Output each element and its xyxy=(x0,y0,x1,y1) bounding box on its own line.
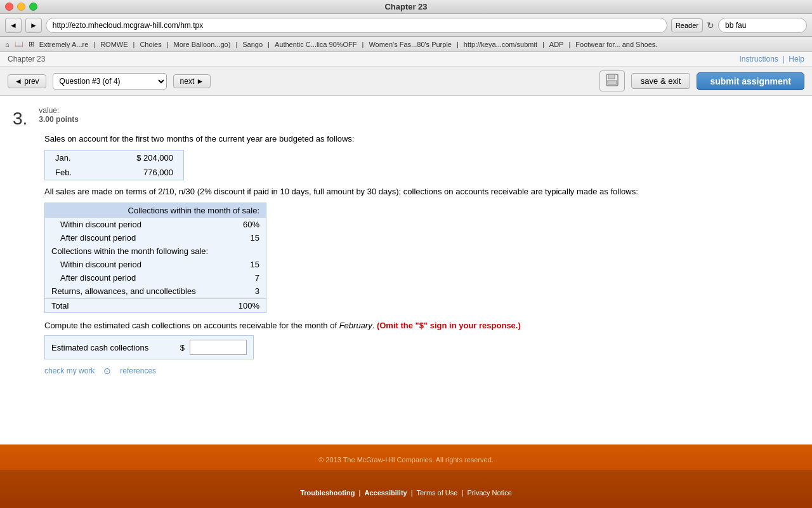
month-name: February xyxy=(339,321,372,330)
bookmark-6[interactable]: Authentic C...lica 90%OFF xyxy=(275,41,357,48)
bookmark-1[interactable]: Extremely A...re xyxy=(39,41,89,48)
table-row: Feb. 776,000 xyxy=(45,165,184,180)
window-title: Chapter 23 xyxy=(384,2,427,11)
reader-button[interactable]: Reader xyxy=(671,18,703,32)
question-nav: ◄ prev Question #3 (of 4) next ► save & … xyxy=(0,67,812,96)
content-scroll: 3. value: 3.00 points Sales on account f… xyxy=(0,96,812,444)
save-icon-button[interactable] xyxy=(599,70,625,91)
question-header: 3. value: 3.00 points xyxy=(13,106,799,129)
table-row: Within discount period 60% xyxy=(45,218,266,231)
prev-button[interactable]: ◄ prev xyxy=(8,74,46,88)
save-exit-button[interactable]: save & exit xyxy=(631,73,691,89)
bottom-banner: © 2013 The McGraw-Hill Companies. All ri… xyxy=(0,444,812,508)
header-links: Instructions | Help xyxy=(740,55,805,64)
total-label: Total xyxy=(45,298,230,313)
grid-icon: ⊞ xyxy=(29,40,34,48)
omit-instruction: (Omit the "$" sign in your response.) xyxy=(377,321,521,330)
maximize-button[interactable] xyxy=(29,3,37,11)
content-area: 3. value: 3.00 points Sales on account f… xyxy=(0,96,812,444)
svg-rect-1 xyxy=(608,74,615,79)
reload-button[interactable]: ↻ xyxy=(707,20,714,30)
dollar-sign: $ xyxy=(180,343,185,352)
row-value: 15 xyxy=(229,231,266,244)
question-number: 3. xyxy=(13,109,27,129)
table-row: After discount period 7 xyxy=(45,271,266,284)
next-button[interactable]: next ► xyxy=(173,74,211,88)
instructions-link[interactable]: Instructions xyxy=(740,55,778,64)
row-label: After discount period xyxy=(45,231,230,244)
compute-instruction: Compute the estimated cash collections o… xyxy=(44,321,799,330)
bottom-copyright: © 2013 The McGraw-Hill Companies. All ri… xyxy=(300,456,512,464)
close-button[interactable] xyxy=(5,3,13,11)
search-input[interactable] xyxy=(718,18,807,33)
feb-label: Feb. xyxy=(45,165,100,180)
address-bar[interactable] xyxy=(46,18,667,33)
privacy-link[interactable]: Privacy Notice xyxy=(468,489,512,497)
bottom-nav-links: Troubleshooting | Accessibility | Terms … xyxy=(300,489,512,497)
browser-toolbar: ◄ ► Reader ↻ xyxy=(0,14,812,37)
check-my-work-link[interactable]: check my work xyxy=(44,366,95,375)
feb-amount: 776,000 xyxy=(100,165,184,180)
table-row: Within discount period 15 xyxy=(45,258,266,271)
row-label: Within discount period xyxy=(45,218,230,231)
back-button[interactable]: ◄ xyxy=(5,18,22,33)
circle-down-icon: ⊙ xyxy=(103,366,111,376)
home-icon: ⌂ xyxy=(5,41,10,48)
floppy-icon xyxy=(605,73,619,87)
minimize-button[interactable] xyxy=(17,3,25,11)
collections-header-text: Collections within the month of sale: xyxy=(45,203,266,218)
traffic-lights xyxy=(5,3,37,11)
sales-table: Jan. $ 204,000 Feb. 776,000 xyxy=(44,150,184,180)
bookmark-4[interactable]: More Balloon...go) xyxy=(174,41,231,48)
submit-assignment-button[interactable]: submit assignment xyxy=(697,72,804,90)
table-row: After discount period 15 xyxy=(45,231,266,244)
terms-link[interactable]: Terms of Use xyxy=(417,489,458,497)
jan-label: Jan. xyxy=(45,150,100,166)
question-select[interactable]: Question #3 (of 4) xyxy=(53,73,167,90)
row-label: Collections within the month following s… xyxy=(45,244,230,258)
bookmark-9[interactable]: ADP xyxy=(549,41,564,48)
troubleshooting-link[interactable]: Troubleshooting xyxy=(300,489,355,497)
forward-button[interactable]: ► xyxy=(25,18,42,33)
bookmark-5[interactable]: Sango xyxy=(242,41,263,48)
table-row: Jan. $ 204,000 xyxy=(45,150,184,166)
total-row: Total 100% xyxy=(45,298,266,313)
reader-icon: 📖 xyxy=(15,40,23,48)
row-label: Returns, allowances, and uncollectibles xyxy=(45,284,230,298)
answer-row: Estimated cash collections $ xyxy=(44,335,254,359)
question-body: Sales on account for the first two month… xyxy=(44,134,799,376)
row-value: 7 xyxy=(229,271,266,284)
help-link[interactable]: Help xyxy=(789,55,804,64)
table-row: Collections within the month following s… xyxy=(45,244,266,258)
bookmark-2[interactable]: ROMWE xyxy=(100,41,128,48)
browser-content: Chapter 23 Instructions | Help ◄ prev Qu… xyxy=(0,52,812,444)
value-label: value: xyxy=(39,106,79,115)
bookmark-8[interactable]: http://keya...com/submit xyxy=(464,41,537,48)
bookmark-7[interactable]: Women's Fas...80's Purple xyxy=(369,41,452,48)
svg-rect-2 xyxy=(608,81,617,84)
page-wrapper: Chapter 23 ◄ ► Reader ↻ ⌂ 📖 ⊞ Extremely … xyxy=(0,0,812,508)
bookmark-10[interactable]: Footwear for... and Shoes. xyxy=(575,41,657,48)
estimated-cash-label: Estimated cash collections xyxy=(51,343,175,352)
row-value xyxy=(229,244,266,258)
row-value: 60% xyxy=(229,218,266,231)
collections-table: Collections within the month of sale: Wi… xyxy=(44,203,266,313)
jan-amount: $ 204,000 xyxy=(100,150,184,166)
bottom-action-links: check my work ⊙ references xyxy=(44,366,799,376)
bookmarks-bar: ⌂ 📖 ⊞ Extremely A...re | ROMWE | Choies … xyxy=(0,37,812,52)
mac-titlebar: Chapter 23 xyxy=(0,0,812,14)
terms-text: All sales are made on terms of 2/10, n/3… xyxy=(44,187,799,196)
row-label: Within discount period xyxy=(45,258,230,271)
table-row: Returns, allowances, and uncollectibles … xyxy=(45,284,266,298)
references-link[interactable]: references xyxy=(120,366,156,375)
intro-text: Sales on account for the first two month… xyxy=(44,134,799,144)
row-value: 3 xyxy=(229,284,266,298)
points-label: 3.00 points xyxy=(39,115,79,124)
accessibility-link[interactable]: Accessibility xyxy=(364,489,407,497)
row-label: After discount period xyxy=(45,271,230,284)
total-value: 100% xyxy=(229,298,266,313)
row-value: 15 xyxy=(229,258,266,271)
bookmark-3[interactable]: Choies xyxy=(140,41,161,48)
answer-input[interactable] xyxy=(190,340,247,355)
collections-header: Collections within the month of sale: xyxy=(45,203,266,218)
